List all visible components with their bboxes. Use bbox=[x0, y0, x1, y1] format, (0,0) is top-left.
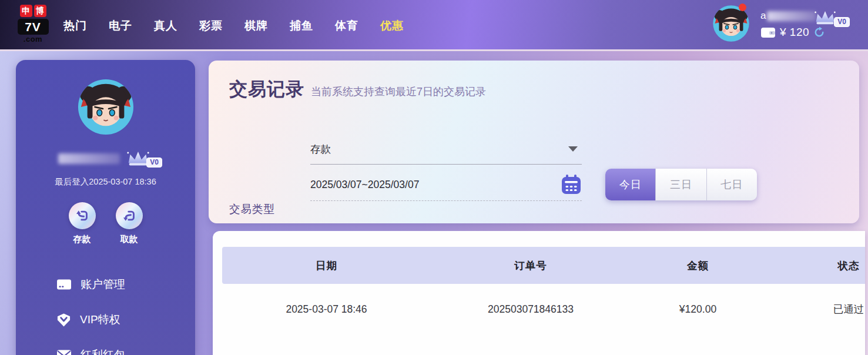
header-username[interactable]: a bbox=[760, 10, 816, 22]
refresh-balance-icon[interactable] bbox=[813, 26, 825, 38]
logo-name: 7V bbox=[18, 19, 49, 35]
range-button[interactable]: 今日 bbox=[605, 169, 656, 200]
deposit-button[interactable]: 存款 bbox=[65, 202, 100, 245]
withdraw-label: 取款 bbox=[112, 234, 147, 245]
notification-dot bbox=[739, 4, 746, 11]
nav-item[interactable]: 优惠 bbox=[380, 18, 404, 34]
transaction-type-value[interactable]: 存款 bbox=[310, 142, 331, 156]
header-vip-badge[interactable]: V0 bbox=[813, 9, 840, 28]
table-header-cell: 日期 bbox=[222, 259, 431, 273]
table-header-cell: 状态 bbox=[765, 259, 865, 273]
table-header-row: 日期 订单号 金额 状态 bbox=[222, 247, 865, 284]
transaction-date-value[interactable]: 2025/03/07~2025/03/07 bbox=[310, 179, 419, 191]
deposit-label: 存款 bbox=[65, 234, 100, 245]
last-login-text: 最后登入2025-03-07 18:36 bbox=[16, 176, 195, 187]
vip-level-badge: V0 bbox=[146, 158, 162, 168]
red-packet-icon bbox=[56, 349, 72, 355]
withdraw-icon bbox=[116, 202, 143, 229]
sidebar-item-label: VIP特权 bbox=[80, 312, 120, 327]
title-row: 交易记录 当前系统支持查询最近7日的交易记录 bbox=[229, 77, 486, 102]
withdraw-button[interactable]: 取款 bbox=[112, 202, 147, 245]
cell-amount: ¥120.00 bbox=[631, 303, 765, 316]
logo-tld: .com bbox=[16, 35, 49, 43]
sidebar-menu: 账户管理 VIP特权 红利红包 bbox=[16, 267, 195, 355]
sidebar-vip-badge: V0 bbox=[126, 149, 153, 168]
vip-gem-icon bbox=[56, 313, 71, 327]
page-title: 交易记录 bbox=[229, 77, 304, 102]
quick-actions: 存款 取款 bbox=[65, 202, 147, 245]
sidebar-item-vip-privileges[interactable]: VIP特权 bbox=[16, 302, 195, 337]
sidebar-item-label: 账户管理 bbox=[81, 277, 125, 292]
username-prefix: a bbox=[760, 10, 766, 22]
bank-card-icon bbox=[56, 278, 72, 291]
calendar-icon[interactable] bbox=[561, 174, 581, 195]
nav-item[interactable]: 热门 bbox=[63, 18, 87, 34]
date-input-underline bbox=[310, 200, 582, 201]
chevron-down-icon[interactable] bbox=[568, 146, 578, 152]
nav-item[interactable]: 体育 bbox=[335, 18, 358, 34]
top-nav-bar: 申 博 7V .com 热门 电子 真人 彩票 棋牌 捕鱼 体育 优惠 bbox=[0, 0, 868, 51]
sidebar-avatar bbox=[77, 78, 135, 136]
nav-item[interactable]: 捕鱼 bbox=[290, 18, 313, 34]
transaction-table-panel: 日期 订单号 金额 状态 2025-03-07 18:46 2025030718… bbox=[213, 231, 865, 355]
account-sidebar: V0 最后登入2025-03-07 18:36 存款 bbox=[16, 60, 195, 355]
range-button[interactable]: 三日 bbox=[656, 169, 706, 200]
sidebar-item-bonus-redpacket[interactable]: 红利红包 bbox=[16, 337, 195, 355]
sidebar-username: V0 bbox=[16, 149, 195, 168]
sidebar-item-account-management[interactable]: 账户管理 bbox=[16, 267, 195, 302]
date-range-buttons: 今日 三日 七日 bbox=[605, 169, 757, 200]
page-subtitle: 当前系统支持查询最近7日的交易记录 bbox=[311, 85, 486, 99]
logo-badges: 申 博 bbox=[16, 5, 49, 17]
table-body: 2025-03-07 18:46 202503071846133 ¥120.00… bbox=[222, 284, 865, 334]
app-root: 申 博 7V .com 热门 电子 真人 彩票 棋牌 捕鱼 体育 优惠 bbox=[0, 0, 868, 355]
wallet-icon bbox=[760, 26, 776, 39]
table-header-cell: 金额 bbox=[631, 259, 765, 273]
transaction-filter-panel: 交易记录 当前系统支持查询最近7日的交易记录 交易类型 存款 交易日期 2025… bbox=[209, 61, 859, 223]
cell-order-number: 202503071846133 bbox=[431, 303, 631, 316]
nav-item[interactable]: 电子 bbox=[109, 18, 132, 34]
table-row[interactable]: 2025-03-07 18:46 202503071846133 ¥120.00… bbox=[222, 284, 865, 334]
range-button[interactable]: 七日 bbox=[707, 169, 757, 200]
logo-badge-2: 博 bbox=[34, 5, 46, 17]
transaction-type-label: 交易类型 bbox=[229, 202, 275, 216]
cell-date: 2025-03-07 18:46 bbox=[222, 303, 431, 316]
sidebar-item-label: 红利红包 bbox=[81, 347, 125, 355]
nav-item[interactable]: 棋牌 bbox=[244, 18, 268, 34]
cell-status: 已通过 bbox=[765, 302, 865, 316]
table-header-cell: 订单号 bbox=[431, 259, 631, 273]
username-redacted bbox=[767, 11, 816, 21]
balance-amount: ¥ 120 bbox=[780, 26, 809, 39]
crown-icon bbox=[813, 9, 837, 26]
deposit-icon bbox=[69, 202, 96, 229]
main-nav: 热门 电子 真人 彩票 棋牌 捕鱼 体育 优惠 bbox=[63, 0, 425, 51]
username-redacted bbox=[58, 153, 120, 164]
wallet-row: ¥ 120 bbox=[760, 26, 825, 39]
logo-badge-1: 申 bbox=[20, 5, 32, 17]
type-select-underline bbox=[310, 164, 582, 165]
site-logo[interactable]: 申 博 7V .com bbox=[16, 5, 49, 43]
nav-item[interactable]: 真人 bbox=[154, 18, 177, 34]
nav-item[interactable]: 彩票 bbox=[199, 18, 223, 34]
vip-level-badge: V0 bbox=[834, 17, 850, 27]
